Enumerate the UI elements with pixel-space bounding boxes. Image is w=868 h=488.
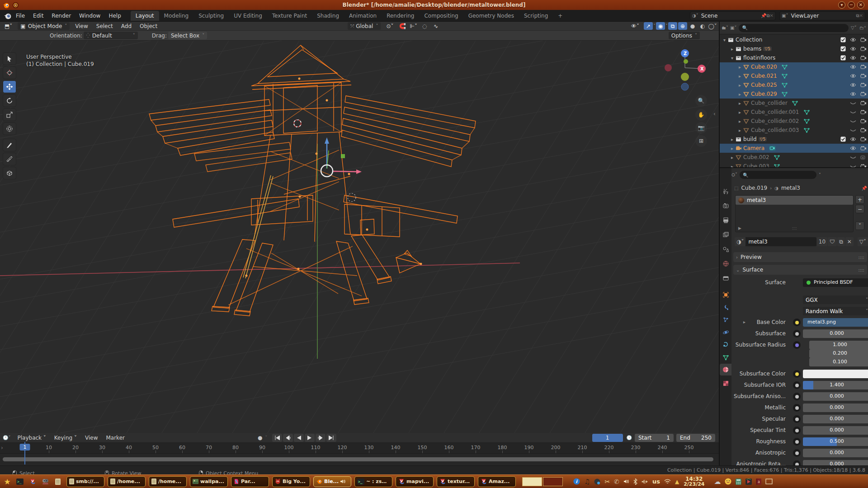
- outliner-display-mode-dropdown[interactable]: 🖿˅: [722, 25, 728, 30]
- tool-rotate[interactable]: [3, 94, 16, 107]
- input-socket[interactable]: [793, 393, 801, 400]
- outliner-search-input[interactable]: 🔍: [739, 24, 849, 32]
- menu-edit[interactable]: Edit: [29, 11, 47, 21]
- outliner-row-collection[interactable]: ▾Collection: [720, 35, 868, 44]
- prop-field-subsurface-ior[interactable]: 1.400: [803, 381, 868, 389]
- cam-icon[interactable]: [860, 74, 866, 78]
- next-keyframe-button[interactable]: [316, 434, 326, 442]
- tab-texture-paint[interactable]: Texture Paint: [267, 11, 312, 21]
- expander-closed-icon[interactable]: ▸: [731, 146, 733, 151]
- taskbar-window-amaz[interactable]: VAmaz...: [478, 476, 516, 487]
- tool-add-cube[interactable]: [3, 167, 16, 179]
- outliner-row-cube-collider-003[interactable]: ▸Cube_collider.003: [720, 126, 868, 135]
- tray-record-icon[interactable]: [594, 479, 600, 485]
- expander-closed-icon[interactable]: ▸: [731, 155, 733, 160]
- blender-logo-icon[interactable]: [4, 12, 12, 20]
- expander-closed-icon[interactable]: ▸: [739, 83, 741, 88]
- eyeclosed-icon[interactable]: [850, 101, 856, 105]
- tray-showdesktop-icon[interactable]: [765, 479, 773, 484]
- outliner-row-cube-020[interactable]: ▸Cube.020: [720, 62, 868, 71]
- input-socket[interactable]: [793, 319, 801, 326]
- tray-weather-icon[interactable]: ☁: [714, 478, 721, 486]
- outliner-row-cube-collider[interactable]: ▸Cube_collider: [720, 99, 868, 108]
- camera-object[interactable]: [396, 250, 420, 273]
- cam-icon[interactable]: [860, 146, 866, 150]
- new-collection-button[interactable]: 🗀⁺: [859, 25, 866, 30]
- expander-closed-icon[interactable]: ▸: [739, 74, 741, 79]
- tray-usb-icon[interactable]: [642, 479, 648, 484]
- viewport-menu-view[interactable]: View: [71, 21, 92, 31]
- color-swatch-subsurface-color[interactable]: [803, 370, 868, 378]
- check-icon[interactable]: [840, 55, 846, 61]
- tab-modeling[interactable]: Modeling: [159, 11, 194, 21]
- expander-closed-icon[interactable]: ▸: [739, 119, 741, 124]
- tool-scale[interactable]: [3, 108, 16, 121]
- tray-wifi-icon[interactable]: [664, 479, 671, 484]
- sidebar-collapse-arrow[interactable]: ‹: [713, 111, 716, 117]
- outliner-row-cube-003[interactable]: ▸Cube.003: [720, 162, 868, 167]
- tray-calculator-icon[interactable]: [736, 479, 741, 485]
- eye-icon[interactable]: [850, 137, 856, 141]
- viewlayer-copy-icon[interactable]: ⧉: [856, 13, 859, 19]
- expander-closed-icon[interactable]: ▸: [739, 92, 741, 97]
- tray-uparrow-icon[interactable]: ▲: [675, 479, 679, 485]
- expander-closed-icon[interactable]: ▸: [739, 128, 741, 133]
- keying-dropdown[interactable]: ˅: [265, 435, 267, 440]
- tab-scripting[interactable]: Scripting: [519, 11, 553, 21]
- tab-animation[interactable]: Animation: [344, 11, 382, 21]
- prop-field-subsurface-radius[interactable]: 1.000: [809, 341, 868, 349]
- shading-rendered-button[interactable]: ◯˅: [708, 22, 717, 30]
- expander-open-icon[interactable]: ▾: [731, 56, 733, 61]
- viewlayer-name[interactable]: ViewLayer: [788, 13, 821, 19]
- properties-tab-object[interactable]: [720, 289, 731, 300]
- editor-type-button[interactable]: ⬒˅: [2, 22, 15, 30]
- eye-icon[interactable]: [850, 83, 856, 87]
- camx-icon[interactable]: [860, 155, 866, 160]
- menu-render[interactable]: Render: [47, 11, 75, 21]
- cam-icon[interactable]: [860, 119, 866, 123]
- taskbar-window-par[interactable]: Par...: [231, 476, 269, 487]
- properties-tab-modifiers[interactable]: [720, 301, 731, 313]
- timeline-menu-playback[interactable]: Playback ˅: [13, 433, 50, 443]
- show-object-types-dropdown[interactable]: 👁˅: [628, 22, 642, 30]
- current-frame-field[interactable]: 1: [592, 434, 623, 442]
- timeline-expand-arrow[interactable]: ›: [1, 445, 3, 451]
- outliner-row-build[interactable]: ▸build▽5: [720, 135, 868, 144]
- falloff-dropdown[interactable]: ∿: [431, 22, 441, 30]
- pivot-point-dropdown[interactable]: ⊙˅: [383, 22, 396, 30]
- taskbar-window-mapvi[interactable]: Vmapvi...: [396, 476, 434, 487]
- outliner-row-camera[interactable]: ▸Camera: [720, 144, 868, 153]
- tray-phone-icon[interactable]: ✆: [614, 478, 619, 485]
- eye-icon[interactable]: [850, 92, 856, 96]
- options-dropdown[interactable]: Options˅: [669, 32, 700, 39]
- window-titlebar[interactable]: Blender* [/home/amalie/Desktop/blender/m…: [0, 0, 868, 10]
- prop-field-specular[interactable]: 0.000: [803, 415, 868, 423]
- timeline-ruler[interactable]: 1 10203040506070809010011012013014015016…: [0, 443, 719, 454]
- mode-dropdown[interactable]: ▣Object Mode˅: [18, 22, 70, 30]
- expander-closed-icon[interactable]: ▸: [739, 65, 741, 70]
- 3d-viewport[interactable]: Z X User Perspective (1) Collection | Cu…: [0, 41, 719, 433]
- taskbar-clock[interactable]: 14:322/23/24: [684, 476, 704, 487]
- proportional-edit-toggle[interactable]: ◌: [420, 22, 429, 30]
- cam-icon[interactable]: [860, 110, 866, 114]
- outliner-row-cube-029[interactable]: ▸Cube.029: [720, 89, 868, 99]
- taskbar-window-textur[interactable]: Vtextur...: [437, 476, 475, 487]
- prop-field-base-color[interactable]: metal3.png: [803, 318, 868, 327]
- pager-workspace-1[interactable]: [522, 477, 542, 486]
- eyeclosed-icon[interactable]: [850, 119, 856, 123]
- properties-tab-render[interactable]: [720, 200, 731, 211]
- gizmos-dropdown[interactable]: ˅: [653, 23, 656, 28]
- eye-icon[interactable]: [850, 47, 856, 51]
- tab-geometry-nodes[interactable]: Geometry Nodes: [463, 11, 519, 21]
- prop-field-subsurface-aniso-[interactable]: 0.000: [803, 392, 868, 401]
- expander-closed-icon[interactable]: ▸: [739, 110, 741, 115]
- input-socket[interactable]: [793, 330, 801, 338]
- properties-tab-tool[interactable]: [720, 185, 731, 197]
- input-socket[interactable]: [793, 341, 801, 349]
- tray-smiley-icon[interactable]: [725, 478, 731, 485]
- properties-tab-output[interactable]: [720, 214, 731, 226]
- viewport-canvas[interactable]: Z X: [0, 41, 719, 433]
- tab-uv-editing[interactable]: UV Editing: [229, 11, 267, 21]
- xray-toggle[interactable]: ⧉: [668, 22, 677, 30]
- cam-icon[interactable]: [860, 164, 866, 167]
